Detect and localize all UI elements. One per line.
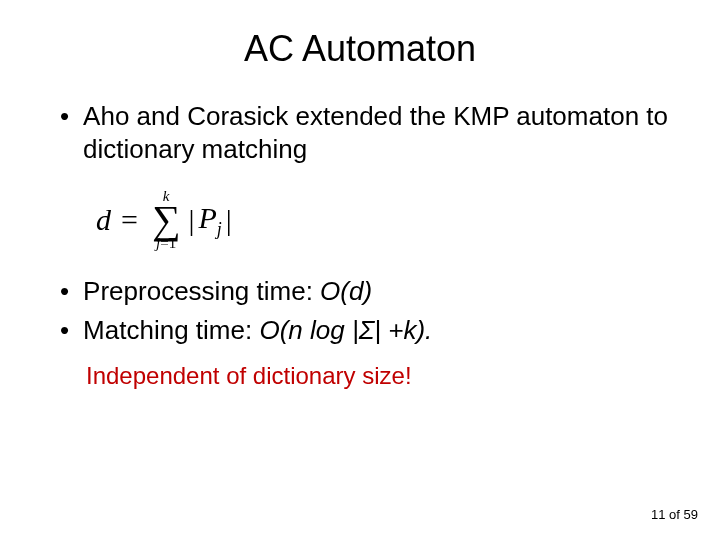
sigma-icon: k ∑ j=1 (152, 189, 181, 251)
sigma-lower: j=1 (156, 236, 176, 251)
bullet-item: • Aho and Corasick extended the KMP auto… (60, 100, 670, 165)
formula: d = k ∑ j=1 | Pj | (96, 189, 236, 251)
formula-lhs: d (96, 203, 111, 237)
bullet-dot: • (60, 100, 69, 133)
bullet-text: Preprocessing time: O(d) (83, 275, 670, 308)
bullet-text: Matching time: O(n log |Σ| +k). (83, 314, 670, 347)
bullet-dot: • (60, 314, 69, 347)
slide-body: • Aho and Corasick extended the KMP auto… (50, 100, 670, 390)
bullet-text: Aho and Corasick extended the KMP automa… (83, 100, 670, 165)
slide-title: AC Automaton (50, 28, 670, 70)
highlight-note: Independent of dictionary size! (86, 362, 670, 390)
page-number: 11 of 59 (651, 507, 698, 522)
formula-equals: = (121, 203, 138, 237)
abs-bar-right: | (226, 203, 232, 237)
abs-bar-left: | (188, 203, 194, 237)
bullet-dot: • (60, 275, 69, 308)
formula-block: d = k ∑ j=1 | Pj | (96, 189, 670, 251)
sigma-symbol: ∑ (152, 204, 181, 236)
slide: AC Automaton • Aho and Corasick extended… (0, 0, 720, 540)
bullet-item: • Matching time: O(n log |Σ| +k). (60, 314, 670, 347)
bullet-item: • Preprocessing time: O(d) (60, 275, 670, 308)
formula-P: Pj (198, 201, 221, 240)
